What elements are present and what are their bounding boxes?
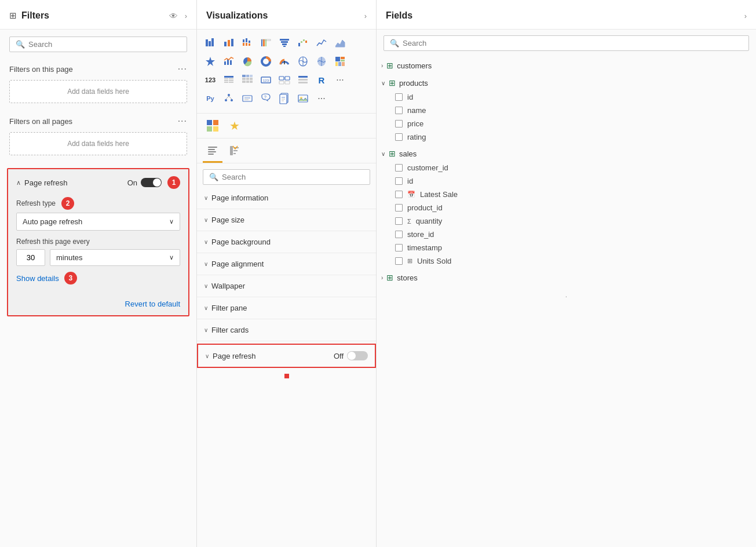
interval-value-input[interactable] xyxy=(16,249,45,266)
chart-stacked-bar-icon[interactable] xyxy=(202,34,219,52)
field-checkbox-sales-timestamp[interactable] xyxy=(395,244,403,251)
chart-bar-cluster-icon[interactable] xyxy=(239,34,256,52)
table-header-products[interactable]: ∨ ⊞ products xyxy=(377,75,756,90)
field-checkbox-sales-customer-id[interactable] xyxy=(395,164,403,172)
field-sales-units-sold[interactable]: ⊞ Units Sold xyxy=(377,254,756,268)
chart-treemap-icon[interactable] xyxy=(331,53,349,70)
chart-gauge-icon[interactable] xyxy=(276,53,293,70)
field-checkbox-sales-units-sold[interactable] xyxy=(395,257,403,265)
interval-unit-dropdown[interactable]: minutes ∨ xyxy=(50,249,180,266)
field-sales-product-id[interactable]: product_id xyxy=(377,201,756,214)
svg-rect-46 xyxy=(242,75,246,77)
format-section-page-information[interactable]: ∨Page information xyxy=(197,187,376,209)
chart-filled-map-icon[interactable] xyxy=(313,53,330,70)
field-products-rating[interactable]: rating xyxy=(377,130,756,144)
field-sales-store-id[interactable]: store_id xyxy=(377,228,756,241)
chart-color-icon[interactable] xyxy=(204,117,221,134)
chart-r-icon[interactable]: R xyxy=(313,71,330,89)
filters-all-pages-menu[interactable]: ··· xyxy=(178,116,187,126)
field-products-name[interactable]: name xyxy=(377,104,756,117)
chart-matrix-icon[interactable] xyxy=(239,71,256,89)
fields-search-input[interactable] xyxy=(403,39,743,48)
viz-page-refresh-row[interactable]: ∨ Page refresh Off xyxy=(198,345,375,367)
chart-star-icon[interactable]: ★ xyxy=(226,117,243,134)
format-section-wallpaper[interactable]: ∨Wallpaper xyxy=(197,275,376,297)
chevron-up-icon[interactable]: ∧ xyxy=(16,179,21,187)
chevron-right-icon[interactable]: › xyxy=(185,12,187,20)
viz-search-input[interactable] xyxy=(222,173,364,181)
viz-search-icon: 🔍 xyxy=(209,173,218,181)
field-checkbox-sales-store-id[interactable] xyxy=(395,231,403,238)
field-sales-latest-sale[interactable]: 📅 Latest Sale xyxy=(377,188,756,201)
chart-nar-icon[interactable] xyxy=(239,90,256,107)
chart-slicer-icon[interactable] xyxy=(294,71,312,89)
search-icon: 🔍 xyxy=(16,40,25,49)
filters-search-box[interactable]: 🔍 xyxy=(9,37,187,52)
chart-donut-icon[interactable] xyxy=(257,53,275,70)
page-refresh-toggle[interactable] xyxy=(141,178,162,187)
fields-chevron-right-icon[interactable]: › xyxy=(744,12,747,20)
field-sales-id[interactable]: id xyxy=(377,174,756,188)
viz-search-box[interactable]: 🔍 xyxy=(203,169,370,185)
revert-to-default-link[interactable]: Revert to default xyxy=(8,295,188,315)
chart-area-icon[interactable] xyxy=(331,34,349,52)
chart-funnel-icon[interactable] xyxy=(276,34,293,52)
field-checkbox-products-rating[interactable] xyxy=(395,133,403,141)
chart-map-icon[interactable] xyxy=(294,53,312,70)
svg-rect-45 xyxy=(229,82,233,83)
field-products-price[interactable]: price xyxy=(377,117,756,130)
field-sales-timestamp[interactable]: timestamp xyxy=(377,241,756,254)
chart-kpi-icon[interactable]: 123 xyxy=(202,71,219,89)
chart-scatter-icon[interactable] xyxy=(202,53,219,70)
chart-combo-icon[interactable] xyxy=(220,53,238,70)
chart-line-icon[interactable] xyxy=(313,34,330,52)
chart-img-icon[interactable] xyxy=(294,90,312,107)
format-tab[interactable] xyxy=(203,143,222,163)
fields-search-box[interactable]: 🔍 xyxy=(384,35,749,51)
fields-tab[interactable] xyxy=(226,143,246,163)
format-section-page-alignment[interactable]: ∨Page alignment xyxy=(197,253,376,275)
field-checkbox-products-price[interactable] xyxy=(395,120,403,127)
table-header-stores[interactable]: › ⊞ stores xyxy=(377,270,756,285)
chart-column-icon[interactable] xyxy=(220,34,238,52)
refresh-type-dropdown[interactable]: Auto page refresh ∨ xyxy=(16,213,180,231)
chart-table-icon[interactable] xyxy=(220,71,238,89)
field-checkbox-products-id[interactable] xyxy=(395,93,403,101)
chart-more-2-icon[interactable]: ··· xyxy=(313,90,330,107)
svg-point-66 xyxy=(231,99,233,101)
format-section-filter-cards[interactable]: ∨Filter cards xyxy=(197,319,376,341)
viz-chevron-right-icon[interactable]: › xyxy=(364,12,367,20)
table-header-customers[interactable]: › ⊞ customers xyxy=(377,58,756,73)
chart-python-icon[interactable]: Py xyxy=(202,90,219,107)
chart-decomp-icon[interactable] xyxy=(220,90,238,107)
field-checkbox-sales-quantity[interactable] xyxy=(395,217,403,225)
toggle-off-group[interactable]: Off xyxy=(334,351,368,360)
eye-icon[interactable]: 👁 xyxy=(169,11,178,21)
filters-this-page-menu[interactable]: ··· xyxy=(178,64,187,74)
field-sales-customer-id[interactable]: customer_id xyxy=(377,161,756,174)
field-checkbox-sales-latest-sale[interactable] xyxy=(395,191,403,198)
chart-waterfall-icon[interactable] xyxy=(294,34,312,52)
add-data-fields-2[interactable]: Add data fields here xyxy=(9,132,187,155)
filters-search-input[interactable] xyxy=(28,40,181,49)
chart-paginated-icon[interactable] xyxy=(276,90,293,107)
field-products-id[interactable]: id xyxy=(377,90,756,104)
field-checkbox-sales-product-id[interactable] xyxy=(395,204,403,211)
page-refresh-toggle-off[interactable] xyxy=(347,351,368,360)
chart-qa-icon[interactable]: ? xyxy=(257,90,275,107)
chart-pie-icon[interactable] xyxy=(239,53,256,70)
chart-more-icon[interactable]: ··· xyxy=(331,71,349,89)
chart-bar-100-icon[interactable] xyxy=(257,34,275,52)
field-checkbox-sales-id[interactable] xyxy=(395,177,403,185)
field-sales-quantity[interactable]: Σ quantity xyxy=(377,214,756,228)
chart-multi-card-icon[interactable] xyxy=(276,71,293,89)
add-data-fields-1[interactable]: Add data fields here xyxy=(9,80,187,103)
table-header-sales[interactable]: ∨ ⊞ sales xyxy=(377,146,756,161)
chart-card-icon[interactable]: 123 xyxy=(257,71,275,89)
format-section-filter-pane[interactable]: ∨Filter pane xyxy=(197,297,376,319)
format-section-page-background[interactable]: ∨Page background xyxy=(197,231,376,253)
format-section-page-size[interactable]: ∨Page size xyxy=(197,209,376,231)
field-checkbox-products-name[interactable] xyxy=(395,107,403,114)
svg-rect-3 xyxy=(224,42,227,46)
show-details-link[interactable]: Show details 3 xyxy=(16,272,180,285)
